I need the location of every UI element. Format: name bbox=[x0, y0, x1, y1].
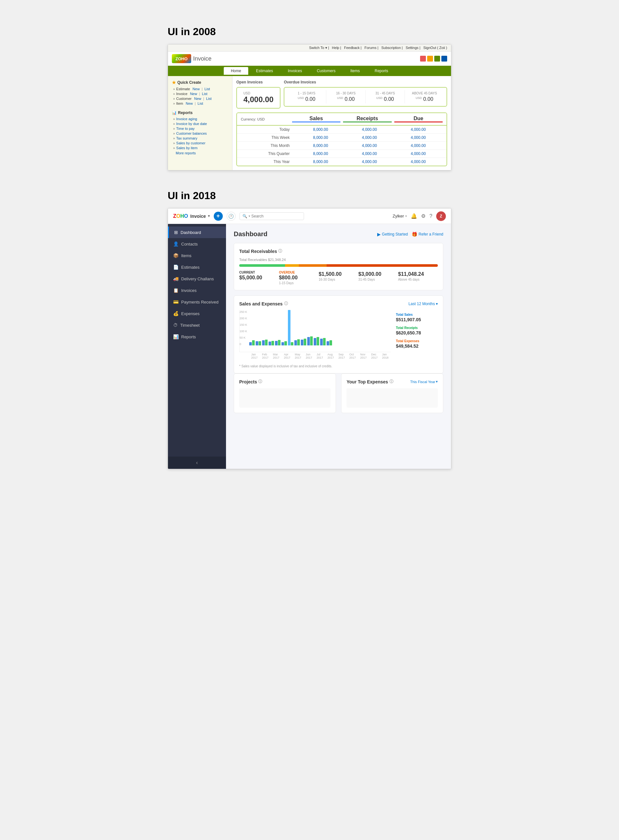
sales-item-link[interactable]: Sales by item bbox=[176, 146, 197, 150]
items-icon: 📦 bbox=[173, 253, 179, 258]
sidebar-item-dashboard[interactable]: ⊞ Dashboard bbox=[168, 227, 226, 238]
sidebar-collapse-button[interactable]: ‹ bbox=[168, 457, 226, 469]
getting-started-link[interactable]: ▶ Getting Started bbox=[377, 232, 408, 237]
customer-list-link[interactable]: List bbox=[206, 97, 211, 100]
settings-link[interactable]: Settings bbox=[405, 46, 419, 49]
refer-friend-link[interactable]: 🎁 Refer a Friend bbox=[412, 232, 443, 237]
nav-tab-customers[interactable]: Customers bbox=[310, 67, 343, 75]
legend-receipts: Total Receipts $620,650.78 bbox=[396, 326, 438, 336]
col-amount-31-45: $3,000.00 bbox=[359, 271, 394, 277]
tax-summary-link[interactable]: Tax summary bbox=[176, 136, 197, 140]
sidebar-item-items[interactable]: 📦 Items bbox=[168, 250, 226, 261]
contacts-label: Contacts bbox=[181, 242, 197, 246]
nav-tab-home[interactable]: Home bbox=[224, 67, 248, 75]
arrow-icon: » bbox=[173, 142, 175, 145]
customer-balances-link[interactable]: Customer balances bbox=[176, 131, 207, 135]
invoice-aging-link[interactable]: Invoice aging bbox=[176, 117, 197, 121]
h-letter: H bbox=[180, 213, 184, 219]
user-dropdown-arrow: ▾ bbox=[405, 214, 407, 218]
settings-icon[interactable]: ⚙ bbox=[421, 213, 426, 219]
chart-header: Sales and Expenses ⓘ Last 12 Months ▾ bbox=[239, 301, 438, 306]
chart-title: Sales and Expenses ⓘ bbox=[239, 301, 288, 306]
overdue-col-4: ABOVE 45 DAYS USD 0.00 bbox=[405, 90, 444, 103]
customer-new-link[interactable]: New bbox=[194, 97, 201, 100]
help-icon[interactable]: ? bbox=[429, 213, 432, 219]
row-sales-year: 8,000.00 bbox=[296, 160, 345, 164]
sidebar-sales-customer: » Sales by customer bbox=[172, 141, 228, 145]
search-input[interactable] bbox=[251, 214, 301, 218]
estimate-new-link[interactable]: New bbox=[193, 87, 200, 91]
forums-link[interactable]: Forums bbox=[365, 46, 377, 49]
search-area: 🔍 ▾ bbox=[239, 212, 304, 220]
bar-blue-5 bbox=[281, 342, 284, 345]
star-icon: ★ bbox=[172, 80, 176, 85]
estimate-list-link[interactable]: List bbox=[205, 87, 210, 91]
x-label-jul17: Jul2017 bbox=[317, 353, 323, 359]
sidebar-item-payments-received[interactable]: 💳 Payments Received bbox=[168, 296, 226, 308]
icon-box-blue[interactable] bbox=[441, 56, 447, 61]
sidebar-item-delivery-challans[interactable]: 🚚 Delivery Challans bbox=[168, 273, 226, 285]
add-button[interactable]: + bbox=[214, 212, 223, 221]
signout-link[interactable]: SignOut ( Zoii ) bbox=[423, 46, 447, 49]
recent-button[interactable]: 🕐 bbox=[227, 212, 236, 221]
period-selector[interactable]: Last 12 Months ▾ bbox=[408, 301, 438, 306]
progress-segment-4 bbox=[327, 264, 438, 267]
period-label: Last 12 Months bbox=[408, 301, 435, 306]
subscription-link[interactable]: Subscription bbox=[381, 46, 401, 49]
top-expenses-card: Your Top Expenses ⓘ This Fiscal Year ▾ bbox=[341, 373, 443, 413]
receivables-header: Total Receivables ⓘ bbox=[239, 248, 438, 254]
sales-customer-link[interactable]: Sales by customer bbox=[176, 141, 205, 145]
nav-tab-items[interactable]: Items bbox=[343, 67, 367, 75]
search-dropdown-arrow[interactable]: ▾ bbox=[248, 214, 250, 218]
row-sales-today: 8,000.00 bbox=[296, 127, 345, 132]
feedback-link[interactable]: Feedback bbox=[344, 46, 359, 49]
invoices-row: Open Invoices USD 4,000.00 Overdue Invoi… bbox=[236, 80, 447, 109]
logo-dropdown-arrow[interactable]: ▾ bbox=[208, 214, 210, 218]
sidebar-invoice-aging: » Invoice aging bbox=[172, 117, 228, 121]
dashboard-icon: ⊞ bbox=[174, 230, 178, 235]
help-link[interactable]: Help bbox=[332, 46, 339, 49]
expenses-icon: 💰 bbox=[173, 311, 179, 316]
chart-note: * Sales value displayed is inclusive of … bbox=[239, 364, 438, 368]
nav-tab-reports[interactable]: Reports bbox=[368, 67, 395, 75]
icon-box-red[interactable] bbox=[420, 56, 426, 61]
legend-expenses-value: $49,584.52 bbox=[396, 343, 438, 349]
sidebar-item-invoices[interactable]: 📋 Invoices bbox=[168, 285, 226, 296]
sidebar-item-estimates[interactable]: 📄 Estimates bbox=[168, 261, 226, 273]
y-label-150k: 150 K bbox=[239, 323, 247, 327]
sidebar-item-contacts[interactable]: 👤 Contacts bbox=[168, 238, 226, 250]
sidebar-item-timesheet[interactable]: ⏱ Timesheet bbox=[168, 319, 226, 331]
time-to-pay-link[interactable]: Time to pay bbox=[176, 127, 195, 130]
due-col-header: Due bbox=[394, 116, 443, 122]
bell-icon[interactable]: 🔔 bbox=[411, 213, 417, 219]
avatar[interactable]: Z bbox=[436, 211, 446, 221]
ui2008-main-content: Open Invoices USD 4,000.00 Overdue Invoi… bbox=[232, 76, 451, 170]
icon-box-orange[interactable] bbox=[427, 56, 433, 61]
more-reports-link[interactable]: More reports bbox=[172, 151, 228, 155]
ui2018-logo-area: ZOHO Invoice ▾ bbox=[173, 213, 210, 219]
x-label-nov17: Nov2017 bbox=[360, 353, 366, 359]
sidebar-item-reports[interactable]: 📊 Reports bbox=[168, 331, 226, 343]
invoice-list-link[interactable]: List bbox=[202, 92, 207, 96]
invoice-new-link[interactable]: New bbox=[190, 92, 197, 96]
ui2008-header: ZOHO Invoice bbox=[168, 52, 451, 66]
sidebar-item-expenses[interactable]: 💰 Expenses bbox=[168, 308, 226, 319]
info-icon: ⓘ bbox=[278, 248, 282, 254]
ui2008-sidebar: ★ Quick Create » Estimate New | List » I… bbox=[168, 76, 232, 170]
fiscal-selector[interactable]: This Fiscal Year ▾ bbox=[410, 380, 438, 384]
overdue-cols: 1 - 15 DAYS USD 0.00 16 - 30 DAYS USD 0.… bbox=[287, 90, 444, 103]
section1-title: UI in 2008 bbox=[167, 26, 464, 38]
y-label-200k: 200 K bbox=[239, 317, 247, 320]
nav-tab-estimates[interactable]: Estimates bbox=[249, 67, 280, 75]
switch-to-link[interactable]: Switch To bbox=[309, 46, 324, 49]
icon-box-green[interactable] bbox=[434, 56, 440, 61]
item-new-link[interactable]: New bbox=[186, 101, 193, 105]
item-list-link[interactable]: List bbox=[197, 101, 203, 105]
search-icon: 🔍 bbox=[242, 214, 247, 218]
nav-tab-invoices[interactable]: Invoices bbox=[281, 67, 309, 75]
quick-create-header: ★ Quick Create bbox=[172, 80, 228, 85]
user-menu[interactable]: Zylker ▾ bbox=[393, 213, 407, 218]
overdue-col-2: 16 - 30 DAYS USD 0.00 bbox=[326, 90, 366, 103]
invoice-due-date-link[interactable]: Invoice by due date bbox=[176, 122, 207, 126]
quick-create-section: ★ Quick Create » Estimate New | List » I… bbox=[172, 80, 228, 105]
